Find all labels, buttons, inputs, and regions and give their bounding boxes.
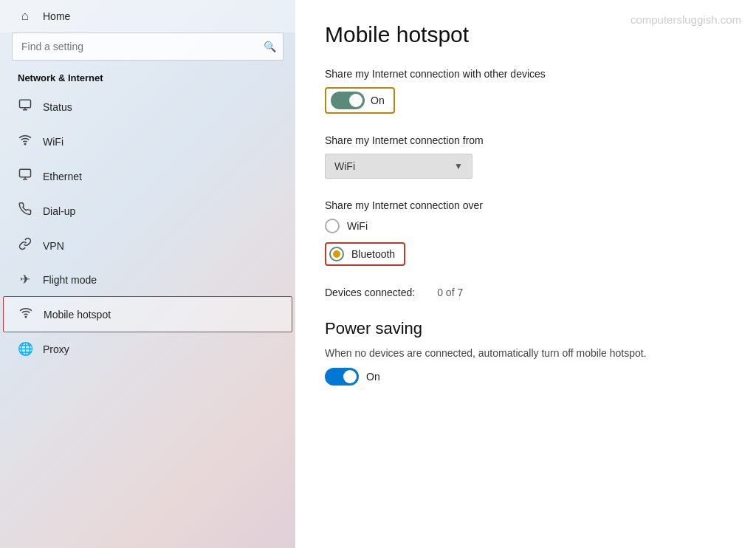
devices-count: 0 of 7 [437,287,463,298]
proxy-icon: 🌐 [18,341,32,357]
share-from-label: Share my Internet connection from [325,134,726,146]
sidebar-item-proxy-label: Proxy [43,343,69,355]
sidebar-item-mobilehotspot-label: Mobile hotspot [44,309,111,321]
radio-bluetooth-circle[interactable] [329,247,344,261]
radio-bluetooth-label: Bluetooth [351,248,395,260]
share-over-section: Share my Internet connection over WiFi B… [325,199,726,266]
share-from-section: Share my Internet connection from WiFi ▼ [325,134,726,179]
sidebar-item-dialup-label: Dial-up [43,205,75,217]
radio-wifi-circle[interactable] [325,219,340,233]
wifi-icon [18,133,32,150]
search-container: 🔍 [12,32,284,61]
sidebar-item-flightmode-label: Flight mode [43,274,97,286]
sidebar-item-status[interactable]: Status [0,89,295,124]
bluetooth-highlight: Bluetooth [325,242,405,266]
svg-rect-4 [20,169,31,177]
status-icon [18,98,32,115]
sidebar-item-vpn-label: VPN [43,240,64,252]
main-content: computersluggish.com Mobile hotspot Shar… [295,0,756,548]
watermark: computersluggish.com [630,13,741,26]
svg-point-3 [24,143,26,145]
mobilehotspot-icon [18,306,33,323]
share-toggle-container[interactable]: On [325,87,395,114]
home-icon: ⌂ [18,9,32,24]
ethernet-icon [18,168,32,185]
svg-rect-0 [20,100,31,108]
dropdown-value: WiFi [334,160,355,172]
chevron-down-icon: ▼ [454,161,463,171]
share-over-label: Share my Internet connection over [325,199,726,211]
radio-wifi-label: WiFi [347,220,368,232]
section-label: Network & Internet [0,69,295,89]
page-title: Mobile hotspot [325,22,726,47]
power-saving-toggle[interactable] [325,368,359,386]
sidebar: ⌂ Home 🔍 Network & Internet Status WiFi … [0,0,295,548]
search-input[interactable] [12,32,284,61]
search-icon: 🔍 [264,41,276,52]
power-saving-desc: When no devices are connected, automatic… [325,347,724,359]
share-toggle[interactable] [331,92,365,109]
flightmode-icon: ✈ [18,272,32,287]
connection-dropdown[interactable]: WiFi ▼ [325,154,472,179]
home-label: Home [43,10,70,22]
power-saving-toggle-label: On [366,371,380,383]
dialup-icon [18,202,32,219]
svg-point-7 [25,316,27,318]
devices-connected-row: Devices connected: 0 of 7 [325,287,726,298]
devices-connected-label: Devices connected: [325,287,415,298]
sidebar-item-flightmode[interactable]: ✈ Flight mode [0,263,295,296]
sidebar-item-mobilehotspot[interactable]: Mobile hotspot [3,296,292,332]
sidebar-item-home[interactable]: ⌂ Home [0,0,295,32]
sidebar-item-ethernet-label: Ethernet [43,171,82,182]
sidebar-item-ethernet[interactable]: Ethernet [0,159,295,193]
share-toggle-label: On [371,95,385,106]
vpn-icon [18,237,32,254]
radio-bluetooth[interactable]: Bluetooth [325,242,726,266]
share-label: Share my Internet connection with other … [325,68,726,80]
sidebar-item-wifi[interactable]: WiFi [0,124,295,159]
sidebar-item-status-label: Status [43,101,72,113]
power-saving-title: Power saving [325,319,726,338]
sidebar-item-dialup[interactable]: Dial-up [0,193,295,228]
power-saving-toggle-container[interactable]: On [325,368,380,386]
sidebar-item-wifi-label: WiFi [43,136,63,148]
sidebar-item-vpn[interactable]: VPN [0,228,295,263]
sidebar-item-proxy[interactable]: 🌐 Proxy [0,332,295,366]
radio-wifi[interactable]: WiFi [325,219,726,233]
